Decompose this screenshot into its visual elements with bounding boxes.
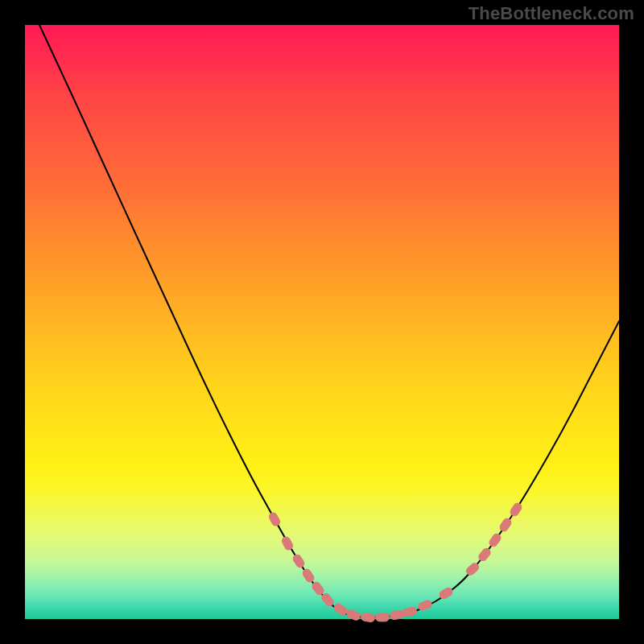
curve-marker bbox=[390, 610, 404, 620]
curve-markers bbox=[268, 502, 523, 622]
plot-area bbox=[25, 25, 619, 619]
curve-marker bbox=[291, 553, 305, 568]
watermark-text: TheBottleneck.com bbox=[469, 3, 634, 24]
curve-marker bbox=[402, 606, 418, 617]
curve-marker bbox=[301, 568, 315, 583]
curve-marker bbox=[361, 613, 375, 622]
curve-marker bbox=[509, 502, 523, 517]
curve-marker bbox=[345, 609, 361, 621]
curve-marker bbox=[268, 511, 282, 526]
curve-marker bbox=[417, 599, 432, 612]
curve-svg bbox=[25, 25, 619, 619]
chart-frame: TheBottleneck.com bbox=[0, 0, 644, 644]
curve-marker bbox=[376, 613, 390, 621]
bottleneck-curve bbox=[39, 25, 619, 617]
